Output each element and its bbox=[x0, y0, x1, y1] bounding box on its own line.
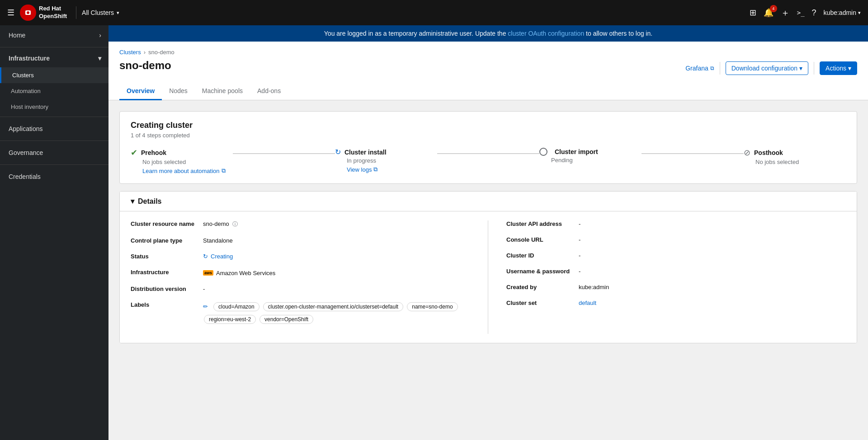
detail-value-control-plane-type: Standalone bbox=[203, 237, 470, 244]
sidebar-home-chevron-icon: › bbox=[99, 32, 101, 39]
tabs-bar: Overview Nodes Machine pools Add-ons bbox=[119, 83, 857, 100]
step-connector-3 bbox=[642, 153, 744, 154]
detail-label-status: Status bbox=[131, 253, 203, 260]
sidebar-item-infrastructure[interactable]: Infrastructure ▾ bbox=[0, 49, 108, 67]
add-icon[interactable]: ＋ bbox=[781, 7, 790, 19]
detail-value-console-url: - bbox=[579, 236, 846, 243]
actions-button[interactable]: Actions ▾ bbox=[820, 61, 857, 75]
grid-icon[interactable]: ⊞ bbox=[750, 8, 756, 18]
posthook-blocked-icon: ⊘ bbox=[744, 148, 750, 158]
detail-value-username-password: - bbox=[579, 268, 846, 275]
detail-label-labels: Labels bbox=[131, 301, 203, 325]
cluster-import-pending-icon bbox=[539, 148, 547, 156]
user-menu-label: kube:admin bbox=[824, 9, 856, 16]
prehook-learn-more-link[interactable]: Learn more about automation ⧉ bbox=[142, 167, 226, 174]
download-config-label: Download configuration bbox=[731, 65, 797, 72]
detail-row-cluster-resource-name: Cluster resource name sno-demo ⓘ bbox=[131, 220, 470, 228]
detail-row-console-url: Console URL - bbox=[506, 236, 846, 243]
detail-label-cluster-id: Cluster ID bbox=[506, 252, 579, 259]
notification-badge: 4 bbox=[770, 5, 777, 12]
cluster-set-link[interactable]: default bbox=[579, 300, 596, 306]
detail-value-distribution-version: - bbox=[203, 286, 470, 292]
detail-row-cluster-set: Cluster set default bbox=[506, 300, 846, 306]
label-chip-cloud: cloud=Amazon bbox=[213, 302, 259, 311]
status-progress-icon: ↻ bbox=[203, 253, 208, 260]
cluster-resource-name-info-icon[interactable]: ⓘ bbox=[232, 221, 238, 227]
main-content: You are logged in as a temporary adminis… bbox=[108, 25, 868, 440]
aws-logo: aws Amazon Web Services bbox=[203, 270, 275, 276]
details-body: Cluster resource name sno-demo ⓘ Control… bbox=[120, 211, 857, 343]
sidebar-item-host-inventory[interactable]: Host inventory bbox=[0, 99, 108, 115]
page-header: Clusters › sno-demo sno-demo Grafana ⧉ D… bbox=[108, 42, 868, 100]
sidebar-item-clusters[interactable]: Clusters bbox=[0, 67, 108, 83]
posthook-status: No jobs selected bbox=[755, 159, 799, 165]
prehook-name: Prehook bbox=[141, 149, 166, 156]
details-title: Details bbox=[138, 197, 161, 206]
progress-steps: ✔ Prehook No jobs selected Learn more ab… bbox=[131, 148, 846, 174]
detail-label-distribution-version: Distribution version bbox=[131, 286, 203, 292]
tab-add-ons[interactable]: Add-ons bbox=[250, 83, 288, 100]
sidebar-divider-1 bbox=[0, 47, 108, 47]
cluster-install-status: In progress bbox=[347, 157, 376, 164]
grafana-label: Grafana bbox=[685, 65, 708, 72]
details-right-column: Cluster API address - Console URL - Clus… bbox=[488, 220, 846, 334]
grafana-link[interactable]: Grafana ⧉ bbox=[685, 65, 714, 72]
breadcrumb: Clusters › sno-demo bbox=[119, 49, 857, 56]
sidebar: Home › Infrastructure ▾ Clusters Automat… bbox=[0, 25, 108, 440]
sidebar-item-credentials[interactable]: Credentials bbox=[0, 167, 108, 187]
step-cluster-install: ↻ Cluster install In progress View logs … bbox=[335, 148, 437, 173]
creating-cluster-body: Creating cluster 1 of 4 steps completed … bbox=[120, 112, 857, 183]
notifications-icon[interactable]: 🔔4 bbox=[764, 8, 774, 18]
help-icon[interactable]: ? bbox=[812, 8, 816, 18]
sidebar-governance-label: Governance bbox=[9, 149, 43, 156]
prehook-status: No jobs selected bbox=[142, 159, 186, 165]
sidebar-item-governance[interactable]: Governance bbox=[0, 143, 108, 163]
detail-value-cluster-id: - bbox=[579, 252, 846, 259]
label-chip-region: region=eu-west-2 bbox=[204, 315, 256, 324]
cluster-selector[interactable]: All Clusters ▾ bbox=[76, 6, 125, 19]
label-chip-vendor: vendor=OpenShift bbox=[259, 315, 313, 324]
sidebar-item-home[interactable]: Home › bbox=[0, 25, 108, 45]
detail-value-infrastructure: aws Amazon Web Services bbox=[203, 269, 470, 276]
sidebar-home-label: Home bbox=[9, 32, 25, 39]
creating-cluster-subtitle: 1 of 4 steps completed bbox=[131, 132, 846, 139]
banner-oauth-link[interactable]: cluster OAuth configuration bbox=[508, 30, 584, 37]
details-header[interactable]: ▾ Details bbox=[120, 192, 857, 211]
detail-row-distribution-version: Distribution version - bbox=[131, 286, 470, 292]
terminal-icon[interactable]: >_ bbox=[797, 9, 805, 16]
status-text: Creating bbox=[211, 253, 233, 260]
prehook-success-icon: ✔ bbox=[131, 148, 137, 158]
detail-label-cluster-set: Cluster set bbox=[506, 300, 579, 306]
detail-label-cluster-api-address: Cluster API address bbox=[506, 220, 579, 227]
cluster-selector-chevron-icon: ▾ bbox=[117, 10, 119, 16]
tab-overview[interactable]: Overview bbox=[119, 83, 162, 100]
content-area: Creating cluster 1 of 4 steps completed … bbox=[108, 100, 868, 361]
actions-label: Actions bbox=[826, 65, 846, 72]
download-config-button[interactable]: Download configuration ▾ bbox=[726, 61, 808, 75]
sidebar-item-applications[interactable]: Applications bbox=[0, 119, 108, 139]
svg-point-0 bbox=[20, 5, 36, 21]
breadcrumb-parent[interactable]: Clusters bbox=[119, 49, 141, 56]
top-navigation: ☰ Red HatOpenShift All Clusters ▾ ⊞ 🔔4 ＋… bbox=[0, 0, 868, 25]
brand-text: Red HatOpenShift bbox=[39, 5, 67, 20]
detail-value-cluster-api-address: - bbox=[579, 220, 846, 227]
step-cluster-import: Cluster import Pending bbox=[539, 148, 642, 164]
breadcrumb-current: sno-demo bbox=[148, 49, 175, 56]
posthook-name: Posthook bbox=[754, 149, 783, 156]
detail-row-infrastructure: Infrastructure aws Amazon Web Services bbox=[131, 269, 470, 276]
creating-cluster-title: Creating cluster bbox=[131, 121, 846, 130]
user-menu[interactable]: kube:admin ▾ bbox=[824, 9, 861, 16]
detail-label-console-url: Console URL bbox=[506, 236, 579, 243]
cluster-install-link-text: View logs bbox=[347, 166, 372, 173]
hamburger-menu-icon[interactable]: ☰ bbox=[7, 8, 14, 18]
tab-machine-pools[interactable]: Machine pools bbox=[195, 83, 250, 100]
vertical-divider-1 bbox=[720, 62, 720, 75]
labels-edit-icon[interactable]: ✏ bbox=[203, 303, 208, 310]
tab-nodes[interactable]: Nodes bbox=[162, 83, 194, 100]
banner-text-after: to allow others to log in. bbox=[584, 30, 652, 37]
details-grid: Cluster resource name sno-demo ⓘ Control… bbox=[131, 220, 846, 334]
cluster-install-logs-link[interactable]: View logs ⧉ bbox=[347, 166, 377, 173]
breadcrumb-separator-icon: › bbox=[144, 49, 146, 56]
info-banner: You are logged in as a temporary adminis… bbox=[108, 25, 868, 42]
sidebar-item-automation[interactable]: Automation bbox=[0, 83, 108, 99]
